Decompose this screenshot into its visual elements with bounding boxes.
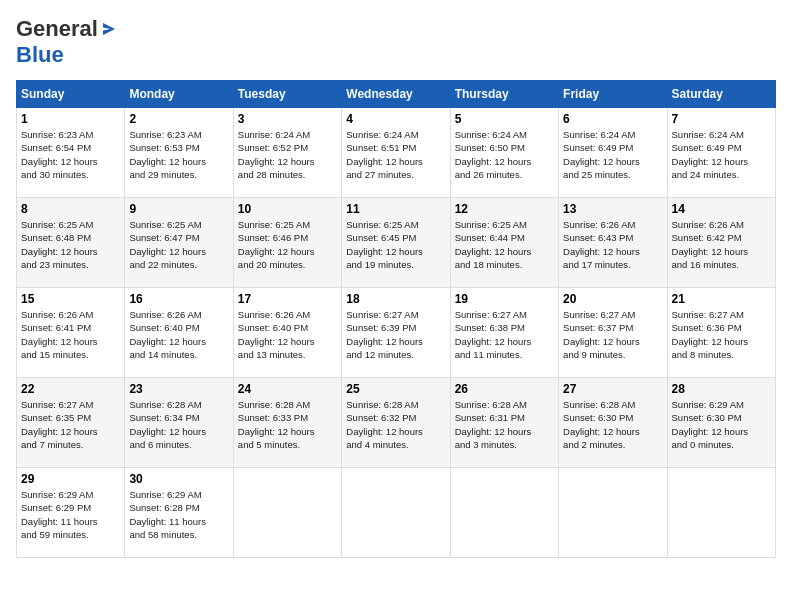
calendar-day-cell: 1Sunrise: 6:23 AM Sunset: 6:54 PM Daylig… <box>17 108 125 198</box>
calendar-day-cell: 17Sunrise: 6:26 AM Sunset: 6:40 PM Dayli… <box>233 288 341 378</box>
day-number: 22 <box>21 382 120 396</box>
calendar-day-cell: 15Sunrise: 6:26 AM Sunset: 6:41 PM Dayli… <box>17 288 125 378</box>
day-info: Sunrise: 6:25 AM Sunset: 6:47 PM Dayligh… <box>129 218 228 271</box>
weekday-header-row: SundayMondayTuesdayWednesdayThursdayFrid… <box>17 81 776 108</box>
calendar-day-cell: 7Sunrise: 6:24 AM Sunset: 6:49 PM Daylig… <box>667 108 775 198</box>
calendar-day-cell: 10Sunrise: 6:25 AM Sunset: 6:46 PM Dayli… <box>233 198 341 288</box>
day-number: 16 <box>129 292 228 306</box>
calendar-day-cell: 8Sunrise: 6:25 AM Sunset: 6:48 PM Daylig… <box>17 198 125 288</box>
weekday-header: Saturday <box>667 81 775 108</box>
day-number: 19 <box>455 292 554 306</box>
day-number: 4 <box>346 112 445 126</box>
calendar-day-cell: 20Sunrise: 6:27 AM Sunset: 6:37 PM Dayli… <box>559 288 667 378</box>
day-info: Sunrise: 6:29 AM Sunset: 6:28 PM Dayligh… <box>129 488 228 541</box>
day-info: Sunrise: 6:24 AM Sunset: 6:51 PM Dayligh… <box>346 128 445 181</box>
calendar-day-cell <box>342 468 450 558</box>
calendar-day-cell: 27Sunrise: 6:28 AM Sunset: 6:30 PM Dayli… <box>559 378 667 468</box>
weekday-header: Friday <box>559 81 667 108</box>
calendar-day-cell: 22Sunrise: 6:27 AM Sunset: 6:35 PM Dayli… <box>17 378 125 468</box>
calendar-day-cell: 25Sunrise: 6:28 AM Sunset: 6:32 PM Dayli… <box>342 378 450 468</box>
day-number: 26 <box>455 382 554 396</box>
day-info: Sunrise: 6:26 AM Sunset: 6:40 PM Dayligh… <box>129 308 228 361</box>
day-info: Sunrise: 6:28 AM Sunset: 6:31 PM Dayligh… <box>455 398 554 451</box>
calendar-day-cell: 29Sunrise: 6:29 AM Sunset: 6:29 PM Dayli… <box>17 468 125 558</box>
day-number: 29 <box>21 472 120 486</box>
day-info: Sunrise: 6:27 AM Sunset: 6:35 PM Dayligh… <box>21 398 120 451</box>
calendar-day-cell: 30Sunrise: 6:29 AM Sunset: 6:28 PM Dayli… <box>125 468 233 558</box>
day-number: 6 <box>563 112 662 126</box>
day-number: 23 <box>129 382 228 396</box>
day-number: 5 <box>455 112 554 126</box>
day-info: Sunrise: 6:24 AM Sunset: 6:49 PM Dayligh… <box>563 128 662 181</box>
day-info: Sunrise: 6:28 AM Sunset: 6:33 PM Dayligh… <box>238 398 337 451</box>
calendar-week-row: 8Sunrise: 6:25 AM Sunset: 6:48 PM Daylig… <box>17 198 776 288</box>
day-number: 9 <box>129 202 228 216</box>
logo-icon <box>100 20 118 38</box>
day-number: 30 <box>129 472 228 486</box>
day-info: Sunrise: 6:26 AM Sunset: 6:41 PM Dayligh… <box>21 308 120 361</box>
calendar-day-cell <box>450 468 558 558</box>
calendar-day-cell: 23Sunrise: 6:28 AM Sunset: 6:34 PM Dayli… <box>125 378 233 468</box>
day-info: Sunrise: 6:29 AM Sunset: 6:29 PM Dayligh… <box>21 488 120 541</box>
day-number: 25 <box>346 382 445 396</box>
svg-marker-0 <box>103 23 115 35</box>
day-info: Sunrise: 6:24 AM Sunset: 6:52 PM Dayligh… <box>238 128 337 181</box>
calendar-day-cell: 14Sunrise: 6:26 AM Sunset: 6:42 PM Dayli… <box>667 198 775 288</box>
day-info: Sunrise: 6:23 AM Sunset: 6:54 PM Dayligh… <box>21 128 120 181</box>
day-number: 8 <box>21 202 120 216</box>
logo: General Blue <box>16 16 118 68</box>
calendar: SundayMondayTuesdayWednesdayThursdayFrid… <box>16 80 776 558</box>
calendar-day-cell: 13Sunrise: 6:26 AM Sunset: 6:43 PM Dayli… <box>559 198 667 288</box>
day-number: 24 <box>238 382 337 396</box>
header: General Blue <box>16 16 776 68</box>
day-info: Sunrise: 6:28 AM Sunset: 6:30 PM Dayligh… <box>563 398 662 451</box>
calendar-day-cell: 4Sunrise: 6:24 AM Sunset: 6:51 PM Daylig… <box>342 108 450 198</box>
calendar-day-cell: 3Sunrise: 6:24 AM Sunset: 6:52 PM Daylig… <box>233 108 341 198</box>
day-number: 10 <box>238 202 337 216</box>
day-info: Sunrise: 6:26 AM Sunset: 6:42 PM Dayligh… <box>672 218 771 271</box>
calendar-day-cell <box>667 468 775 558</box>
calendar-day-cell: 19Sunrise: 6:27 AM Sunset: 6:38 PM Dayli… <box>450 288 558 378</box>
day-info: Sunrise: 6:29 AM Sunset: 6:30 PM Dayligh… <box>672 398 771 451</box>
weekday-header: Sunday <box>17 81 125 108</box>
calendar-day-cell: 12Sunrise: 6:25 AM Sunset: 6:44 PM Dayli… <box>450 198 558 288</box>
calendar-day-cell: 18Sunrise: 6:27 AM Sunset: 6:39 PM Dayli… <box>342 288 450 378</box>
day-info: Sunrise: 6:26 AM Sunset: 6:43 PM Dayligh… <box>563 218 662 271</box>
day-number: 13 <box>563 202 662 216</box>
calendar-day-cell: 5Sunrise: 6:24 AM Sunset: 6:50 PM Daylig… <box>450 108 558 198</box>
day-number: 28 <box>672 382 771 396</box>
day-info: Sunrise: 6:24 AM Sunset: 6:50 PM Dayligh… <box>455 128 554 181</box>
calendar-day-cell: 24Sunrise: 6:28 AM Sunset: 6:33 PM Dayli… <box>233 378 341 468</box>
day-number: 27 <box>563 382 662 396</box>
day-number: 11 <box>346 202 445 216</box>
day-number: 14 <box>672 202 771 216</box>
calendar-day-cell: 16Sunrise: 6:26 AM Sunset: 6:40 PM Dayli… <box>125 288 233 378</box>
calendar-day-cell <box>233 468 341 558</box>
day-number: 12 <box>455 202 554 216</box>
calendar-day-cell: 26Sunrise: 6:28 AM Sunset: 6:31 PM Dayli… <box>450 378 558 468</box>
day-info: Sunrise: 6:27 AM Sunset: 6:37 PM Dayligh… <box>563 308 662 361</box>
calendar-day-cell: 11Sunrise: 6:25 AM Sunset: 6:45 PM Dayli… <box>342 198 450 288</box>
day-info: Sunrise: 6:25 AM Sunset: 6:46 PM Dayligh… <box>238 218 337 271</box>
day-info: Sunrise: 6:23 AM Sunset: 6:53 PM Dayligh… <box>129 128 228 181</box>
calendar-week-row: 29Sunrise: 6:29 AM Sunset: 6:29 PM Dayli… <box>17 468 776 558</box>
day-info: Sunrise: 6:25 AM Sunset: 6:48 PM Dayligh… <box>21 218 120 271</box>
day-number: 20 <box>563 292 662 306</box>
day-info: Sunrise: 6:25 AM Sunset: 6:45 PM Dayligh… <box>346 218 445 271</box>
day-number: 15 <box>21 292 120 306</box>
calendar-day-cell: 6Sunrise: 6:24 AM Sunset: 6:49 PM Daylig… <box>559 108 667 198</box>
day-info: Sunrise: 6:26 AM Sunset: 6:40 PM Dayligh… <box>238 308 337 361</box>
calendar-day-cell <box>559 468 667 558</box>
day-info: Sunrise: 6:27 AM Sunset: 6:38 PM Dayligh… <box>455 308 554 361</box>
logo-general: General <box>16 16 98 42</box>
day-number: 2 <box>129 112 228 126</box>
day-info: Sunrise: 6:27 AM Sunset: 6:36 PM Dayligh… <box>672 308 771 361</box>
day-number: 1 <box>21 112 120 126</box>
day-number: 21 <box>672 292 771 306</box>
weekday-header: Thursday <box>450 81 558 108</box>
weekday-header: Wednesday <box>342 81 450 108</box>
calendar-day-cell: 2Sunrise: 6:23 AM Sunset: 6:53 PM Daylig… <box>125 108 233 198</box>
day-info: Sunrise: 6:28 AM Sunset: 6:32 PM Dayligh… <box>346 398 445 451</box>
day-info: Sunrise: 6:28 AM Sunset: 6:34 PM Dayligh… <box>129 398 228 451</box>
day-info: Sunrise: 6:27 AM Sunset: 6:39 PM Dayligh… <box>346 308 445 361</box>
